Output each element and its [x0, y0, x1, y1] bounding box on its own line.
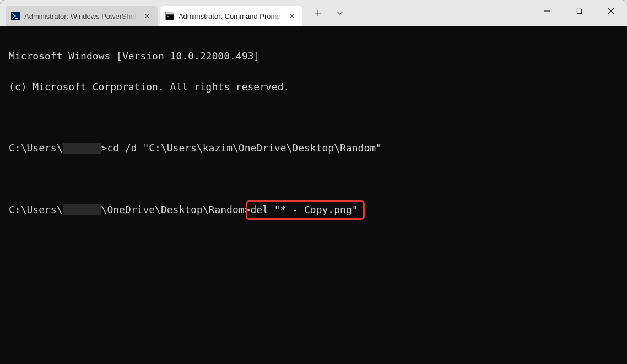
redacted-username: [63, 204, 101, 215]
svg-rect-3: [577, 9, 581, 13]
window-controls: [531, 0, 627, 26]
command-cd: cd /d "C:\Users\kazim\OneDrive\Desktop\R…: [107, 142, 382, 154]
powershell-icon: [11, 12, 20, 20]
close-tab-button[interactable]: [287, 11, 297, 21]
redacted-username: [63, 143, 101, 154]
maximize-button[interactable]: [563, 0, 595, 22]
terminal-output[interactable]: Microsoft Windows [Version 10.0.22000.49…: [0, 26, 627, 364]
text-cursor: [359, 204, 359, 215]
tab-cmd[interactable]: Administrator: Command Prompt: [160, 6, 302, 26]
tab-powershell[interactable]: Administrator: Windows PowerShell: [6, 6, 158, 26]
version-line: Microsoft Windows [Version 10.0.22000.49…: [9, 48, 618, 64]
minimize-button[interactable]: [531, 0, 563, 22]
tab-dropdown-button[interactable]: [330, 4, 350, 22]
svg-rect-2: [166, 12, 174, 14]
titlebar[interactable]: Administrator: Windows PowerShell Admini…: [0, 0, 627, 26]
cmd-icon: [165, 12, 174, 20]
tab-title: Administrator: Command Prompt: [179, 12, 283, 20]
terminal-window: Administrator: Windows PowerShell Admini…: [0, 0, 627, 364]
tab-controls: [305, 0, 353, 26]
tab-title: Administrator: Windows PowerShell: [24, 12, 138, 20]
new-tab-button[interactable]: [308, 4, 328, 22]
close-window-button[interactable]: [595, 0, 627, 22]
close-tab-button[interactable]: [142, 11, 152, 21]
tab-strip: Administrator: Windows PowerShell Admini…: [0, 0, 305, 26]
prompt: C:\Users\: [9, 142, 63, 154]
prompt: C:\Users\: [9, 204, 63, 215]
command-del: del "* - Copy.png": [250, 204, 358, 215]
copyright-line: (c) Microsoft Corporation. All rights re…: [9, 79, 618, 95]
